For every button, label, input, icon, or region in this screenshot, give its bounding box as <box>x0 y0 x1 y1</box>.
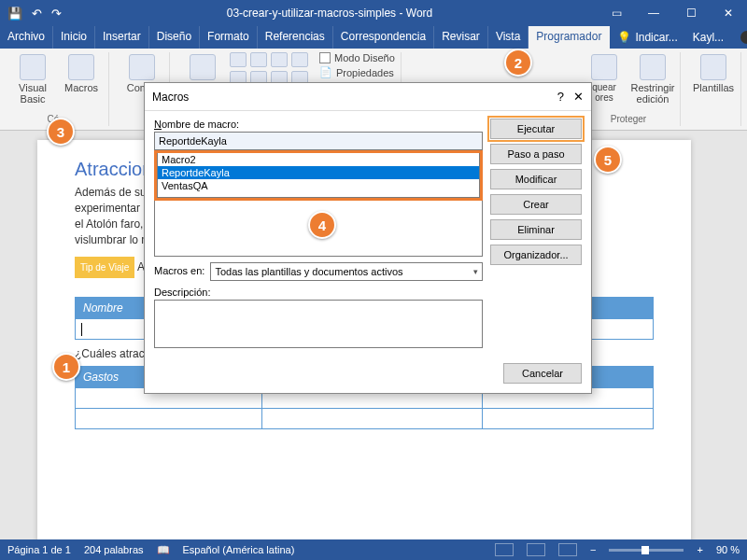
proofing-icon[interactable]: 📖 <box>157 544 170 556</box>
macro-name-label: NNombre de macro:ombre de macro: <box>154 119 483 130</box>
list-item[interactable]: Macro2 <box>158 153 479 166</box>
macros-en-label: Macros en: <box>154 265 204 276</box>
group-code: Visual Basic Macros Có... <box>6 52 109 126</box>
dialog-close-icon[interactable]: ✕ <box>573 90 584 104</box>
ribbon-options-icon[interactable]: ▭ <box>598 0 635 26</box>
zoom-level[interactable]: 90 % <box>716 544 740 555</box>
read-mode-icon[interactable] <box>495 543 514 556</box>
quick-access-toolbar: 💾 ↶ ↷ <box>7 7 62 21</box>
cancelar-button[interactable]: Cancelar <box>503 363 582 384</box>
callout-4: 4 <box>308 211 336 239</box>
users-icon <box>591 54 617 80</box>
tab-insertar[interactable]: Insertar <box>95 26 149 49</box>
web-layout-icon[interactable] <box>558 543 577 556</box>
title-bar: 💾 ↶ ↷ 03-crear-y-utilizar-macros-simples… <box>0 0 747 26</box>
page-indicator[interactable]: Página 1 de 1 <box>7 544 71 555</box>
design-mode-toggle[interactable]: Modo Diseño <box>319 52 395 63</box>
undo-icon[interactable]: ↶ <box>32 7 42 21</box>
maximize-icon[interactable]: ☐ <box>672 0 710 26</box>
macros-icon <box>68 54 94 80</box>
visual-basic-button[interactable]: Visual Basic <box>11 52 54 105</box>
tab-revisar[interactable]: Revisar <box>434 26 488 49</box>
callout-2: 2 <box>504 49 532 77</box>
dialog-title: Macros <box>152 91 189 104</box>
eliminar-button[interactable]: Eliminar <box>490 219 582 240</box>
combo-value: Todas las plantillas y documentos activo… <box>215 266 402 277</box>
table-cell[interactable] <box>483 409 654 429</box>
user-name[interactable]: Kayl... <box>685 26 731 49</box>
organizador-button[interactable]: Organizador... <box>490 245 582 265</box>
callout-5: 5 <box>594 146 622 174</box>
paso-a-paso-button[interactable]: Paso a paso <box>490 144 582 164</box>
zoom-out-icon[interactable]: − <box>590 544 596 555</box>
tab-archivo[interactable]: Archivo <box>0 26 53 49</box>
controls-button[interactable] <box>181 52 224 80</box>
document-title: 03-crear-y-utilizar-macros-simples - Wor… <box>62 7 598 20</box>
callout-3: 3 <box>47 118 75 146</box>
close-icon[interactable]: ✕ <box>710 0 747 26</box>
ejecutar-button[interactable]: Ejecutar <box>490 119 582 139</box>
macro-list-highlight: Macro2 ReportdeKayla VentasQA <box>154 150 483 201</box>
text-cursor <box>81 323 82 336</box>
description-box[interactable] <box>154 300 483 348</box>
gear-icon <box>129 54 155 80</box>
properties-button[interactable]: 📄Propiedades <box>319 66 395 78</box>
list-item[interactable]: ReportdeKayla <box>158 166 479 179</box>
word-count[interactable]: 204 palabras <box>84 544 144 555</box>
visual-basic-icon <box>20 54 46 80</box>
table-cell[interactable] <box>261 409 482 429</box>
zoom-slider[interactable] <box>609 549 684 552</box>
dialog-titlebar[interactable]: Macros ? ✕ <box>145 83 591 111</box>
tab-programador[interactable]: Programador <box>529 26 610 49</box>
help-icon[interactable]: ? <box>557 90 564 104</box>
chevron-down-icon: ▾ <box>473 267 478 276</box>
group-protect: quearores Restringir edición Proteger <box>577 52 681 126</box>
macro-name-input[interactable] <box>154 132 483 150</box>
tab-diseno[interactable]: Diseño <box>149 26 200 49</box>
tab-correspondencia[interactable]: Correspondencia <box>333 26 434 49</box>
control-gallery[interactable] <box>230 52 314 86</box>
save-icon[interactable]: 💾 <box>7 7 22 21</box>
redo-icon[interactable]: ↷ <box>51 7 62 21</box>
group-templates: Plantillas <box>686 52 741 126</box>
macros-dialog: Macros ? ✕ NNombre de macro:ombre de mac… <box>144 82 592 394</box>
tab-referencias[interactable]: Referencias <box>258 26 333 49</box>
minimize-icon[interactable]: — <box>635 0 672 26</box>
print-layout-icon[interactable] <box>527 543 545 556</box>
modificar-button[interactable]: Modificar <box>490 169 582 189</box>
crear-button[interactable]: Crear <box>490 194 582 215</box>
lock-icon <box>640 54 666 80</box>
template-icon <box>700 54 726 80</box>
callout-1: 1 <box>52 353 80 381</box>
tell-me[interactable]: 💡 Indicar... <box>610 26 684 49</box>
macro-listbox[interactable]: Macro2 ReportdeKayla VentasQA <box>157 153 480 198</box>
macros-button[interactable]: Macros <box>60 52 103 93</box>
list-item[interactable]: VentasQA <box>158 179 479 192</box>
zoom-in-icon[interactable]: + <box>697 544 702 555</box>
controls-icon <box>190 54 216 80</box>
avatar-icon <box>740 31 747 44</box>
ribbon-tabs: Archivo Inicio Insertar Diseño Formato R… <box>0 26 747 49</box>
macros-en-combo[interactable]: Todas las plantillas y documentos activo… <box>210 262 483 281</box>
templates-button[interactable]: Plantillas <box>692 52 735 93</box>
language-indicator[interactable]: Español (América latina) <box>183 544 295 555</box>
tab-formato[interactable]: Formato <box>200 26 258 49</box>
restrict-editing-button[interactable]: Restringir edición <box>631 52 674 105</box>
tip-badge: Tip de Viaje <box>75 257 134 278</box>
tab-vista[interactable]: Vista <box>488 26 529 49</box>
status-bar: Página 1 de 1 204 palabras 📖 Español (Am… <box>0 539 747 560</box>
description-label: Descripción: <box>154 287 483 298</box>
table-cell[interactable] <box>76 409 262 429</box>
tab-inicio[interactable]: Inicio <box>53 26 95 49</box>
share-button[interactable]: Compartir <box>731 26 747 49</box>
